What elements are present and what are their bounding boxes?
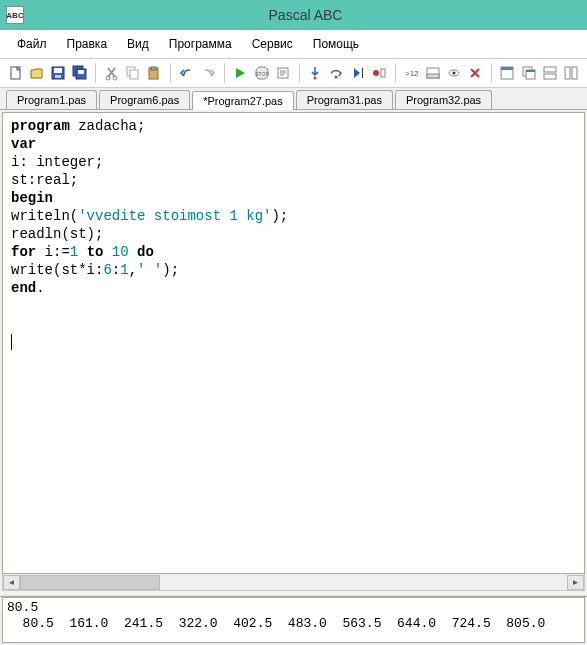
window-tile-button[interactable] — [498, 62, 517, 84]
new-file-button[interactable] — [6, 62, 25, 84]
code-keyword: for — [11, 244, 36, 260]
compile-button[interactable] — [273, 62, 292, 84]
code-keyword: begin — [11, 190, 53, 206]
svg-rect-10 — [130, 70, 138, 79]
scroll-right-button[interactable]: ► — [567, 575, 584, 590]
open-file-button[interactable] — [27, 62, 46, 84]
code-text: ); — [271, 208, 288, 224]
code-text: . — [36, 280, 44, 296]
menu-service[interactable]: Сервис — [243, 34, 302, 54]
watch-button[interactable]: >123 — [402, 62, 421, 84]
eval-expr-button[interactable] — [444, 62, 463, 84]
toolbar-separator — [491, 63, 492, 83]
code-text: write(st*i: — [11, 262, 103, 278]
step-over-button[interactable] — [327, 62, 346, 84]
toolbar-separator — [299, 63, 300, 83]
tab-program31[interactable]: Program31.pas — [296, 90, 393, 109]
code-text: : — [112, 262, 120, 278]
window-cascade-button[interactable] — [519, 62, 538, 84]
code-text: , — [129, 262, 137, 278]
window-split-h-button[interactable] — [540, 62, 559, 84]
titlebar: ABC Pascal ABC — [0, 0, 587, 30]
menu-edit[interactable]: Правка — [58, 34, 117, 54]
svg-rect-26 — [501, 67, 513, 70]
output-line: 80.5 — [7, 600, 38, 615]
svg-point-18 — [373, 70, 379, 76]
svg-rect-22 — [427, 74, 439, 78]
svg-rect-6 — [78, 70, 84, 74]
svg-rect-29 — [526, 70, 535, 72]
window-split-v-button[interactable] — [562, 62, 581, 84]
code-keyword: program — [11, 118, 70, 134]
undo-button[interactable] — [177, 62, 196, 84]
window-title: Pascal ABC — [30, 7, 581, 23]
editor-tabs: Program1.pas Program6.pas *Program27.pas… — [0, 88, 587, 110]
toolbar-separator — [224, 63, 225, 83]
svg-rect-30 — [544, 67, 556, 72]
svg-rect-3 — [55, 75, 61, 78]
code-editor[interactable]: program zadacha; var i: integer; st:real… — [2, 112, 585, 574]
redo-button[interactable] — [198, 62, 217, 84]
save-all-button[interactable] — [70, 62, 89, 84]
code-number: 1 — [70, 244, 78, 260]
svg-rect-32 — [565, 67, 570, 79]
code-text: st:real; — [11, 172, 78, 188]
code-number: 10 — [112, 244, 129, 260]
svg-rect-19 — [381, 69, 385, 77]
run-to-cursor-button[interactable] — [348, 62, 367, 84]
step-into-button[interactable] — [305, 62, 324, 84]
menu-program[interactable]: Программа — [160, 34, 241, 54]
svg-rect-31 — [544, 74, 556, 79]
breakpoint-button[interactable] — [369, 62, 388, 84]
menu-view[interactable]: Вид — [118, 34, 158, 54]
scroll-track[interactable] — [20, 575, 567, 590]
svg-point-16 — [335, 76, 338, 79]
svg-rect-33 — [572, 67, 577, 79]
run-button[interactable] — [231, 62, 250, 84]
tab-program32[interactable]: Program32.pas — [395, 90, 492, 109]
horizontal-scrollbar[interactable]: ◄ ► — [2, 574, 585, 591]
scroll-thumb[interactable] — [20, 575, 160, 590]
text-cursor — [11, 334, 12, 350]
toolbar: STOP >123 — [0, 59, 587, 88]
code-text: writeln( — [11, 208, 78, 224]
cut-button[interactable] — [102, 62, 121, 84]
code-text: i: integer; — [11, 154, 103, 170]
svg-point-24 — [452, 72, 455, 75]
code-keyword: do — [129, 244, 154, 260]
toolbar-separator — [95, 63, 96, 83]
tab-program1[interactable]: Program1.pas — [6, 90, 97, 109]
stop-button[interactable]: STOP — [252, 62, 271, 84]
menu-help[interactable]: Помощь — [304, 34, 368, 54]
svg-rect-17 — [362, 68, 363, 78]
code-keyword: end — [11, 280, 36, 296]
scroll-left-button[interactable]: ◄ — [3, 575, 20, 590]
editor-area: program zadacha; var i: integer; st:real… — [0, 110, 587, 593]
code-keyword: to — [78, 244, 112, 260]
code-text: zadacha; — [70, 118, 146, 134]
menu-file[interactable]: Файл — [8, 34, 56, 54]
tab-program27[interactable]: *Program27.pas — [192, 91, 294, 110]
output-panel[interactable]: 80.5 80.5 161.0 241.5 322.0 402.5 483.0 … — [2, 597, 585, 643]
paste-button[interactable] — [145, 62, 164, 84]
code-number: 1 — [120, 262, 128, 278]
svg-rect-2 — [54, 68, 62, 73]
code-string: ' ' — [137, 262, 162, 278]
app-icon: ABC — [6, 6, 24, 24]
code-string: 'vvedite stoimost 1 kg' — [78, 208, 271, 224]
save-button[interactable] — [49, 62, 68, 84]
tab-program6[interactable]: Program6.pas — [99, 90, 190, 109]
svg-point-15 — [314, 77, 317, 80]
menubar: Файл Правка Вид Программа Сервис Помощь — [0, 30, 587, 59]
code-number: 6 — [103, 262, 111, 278]
copy-button[interactable] — [124, 62, 143, 84]
code-keyword: var — [11, 136, 36, 152]
code-text: ); — [162, 262, 179, 278]
toolbar-separator — [395, 63, 396, 83]
svg-text:>123: >123 — [405, 69, 419, 78]
toolbar-separator — [170, 63, 171, 83]
close-output-button[interactable] — [466, 62, 485, 84]
svg-text:STOP: STOP — [255, 71, 269, 77]
toggle-output-button[interactable] — [423, 62, 442, 84]
code-text: i:= — [36, 244, 70, 260]
